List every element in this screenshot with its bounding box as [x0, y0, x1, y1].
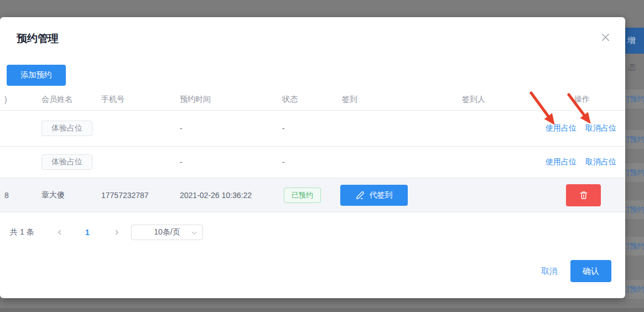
chevron-right-icon — [113, 229, 120, 236]
page-number-1[interactable]: 1 — [82, 228, 93, 237]
header-member-name: 会员姓名 — [41, 95, 72, 105]
background-book-link-fragment: 订预约 — [625, 284, 644, 294]
table-row-placeholder-2: 体验占位 - - 使用占位 取消占位 — [0, 147, 625, 178]
header-actions: 操作 — [574, 95, 590, 105]
member-name-cell: 章大傻 — [41, 190, 65, 200]
add-reservation-label: 添加预约 — [21, 70, 52, 80]
close-icon — [600, 32, 611, 43]
trial-slot-tag: 体验占位 — [41, 154, 92, 170]
chevron-left-icon — [56, 229, 63, 236]
prev-page-button[interactable] — [54, 227, 65, 238]
modal-title: 预约管理 — [17, 32, 59, 46]
page-size-value: 10条/页 — [154, 227, 180, 237]
cancel-slot-link[interactable]: 取消占位 — [585, 123, 616, 133]
background-book-link-fragment: 订预约 — [625, 241, 644, 251]
close-button[interactable] — [599, 30, 612, 44]
background-column-header-fragment: 态 — [628, 63, 636, 72]
background-book-link-fragment: 订预约 — [625, 134, 644, 144]
header-id-fragment: ) — [4, 95, 7, 104]
header-phone: 手机号 — [101, 95, 124, 105]
page-size-select[interactable]: 10条/页 — [131, 225, 203, 240]
phone-cell: 17757232787 — [101, 191, 149, 200]
reserved-status-badge: 已预约 — [284, 188, 321, 203]
reservation-time-cell: 2021-02-26 10:36:22 — [180, 191, 252, 200]
use-slot-link[interactable]: 使用占位 — [546, 123, 577, 133]
reservation-management-modal: 预约管理 添加预约 ) 会员姓名 手机号 预约时间 状态 签到 签到人 操作 体… — [0, 17, 625, 298]
status-cell: - — [282, 158, 285, 167]
trial-slot-tag: 体验占位 — [41, 121, 92, 136]
background-book-link-fragment: 订预约 — [625, 94, 644, 104]
header-reservation-time: 预约时间 — [180, 95, 211, 105]
pagination-bar: 共 1 条 1 10条/页 — [0, 225, 625, 240]
background-page-strip: 增 态 订预约 订预约 订预约 订预约 订预约 订预约 — [625, 0, 644, 312]
table-row-booking: 8 章大傻 17757232787 2021-02-26 10:36:22 已预… — [0, 178, 625, 212]
delete-button[interactable] — [566, 184, 601, 206]
proxy-checkin-button[interactable]: 代签到 — [340, 185, 408, 206]
background-book-link-fragment: 订预约 — [625, 168, 644, 178]
reservation-time-cell: - — [180, 158, 183, 167]
booking-id-fragment: 8 — [4, 191, 9, 200]
confirm-label: 确认 — [583, 266, 599, 277]
table-row-placeholder-1: 体验占位 - - 使用占位 取消占位 — [0, 111, 625, 147]
pagination-total: 共 1 条 — [10, 227, 34, 237]
add-reservation-button[interactable]: 添加预约 — [7, 65, 66, 86]
trash-icon — [579, 190, 589, 200]
background-book-link-fragment: 订预约 — [625, 205, 644, 215]
reservation-time-cell: - — [180, 124, 183, 133]
background-footer-band — [0, 308, 644, 312]
background-add-button-fragment: 增 — [625, 28, 644, 54]
header-status: 状态 — [282, 95, 298, 105]
confirm-button[interactable]: 确认 — [570, 260, 611, 282]
cancel-button[interactable]: 取消 — [541, 266, 558, 277]
chevron-down-icon — [191, 230, 198, 236]
pencil-icon — [356, 191, 365, 200]
status-cell: - — [282, 124, 285, 133]
header-checkin-person: 签到人 — [462, 95, 485, 105]
table-header-row: ) 会员姓名 手机号 预约时间 状态 签到 签到人 操作 — [0, 89, 625, 111]
proxy-checkin-label: 代签到 — [370, 190, 393, 200]
next-page-button[interactable] — [111, 227, 122, 238]
header-checkin: 签到 — [342, 95, 357, 105]
use-slot-link[interactable]: 使用占位 — [546, 157, 577, 167]
cancel-slot-link[interactable]: 取消占位 — [585, 157, 616, 167]
